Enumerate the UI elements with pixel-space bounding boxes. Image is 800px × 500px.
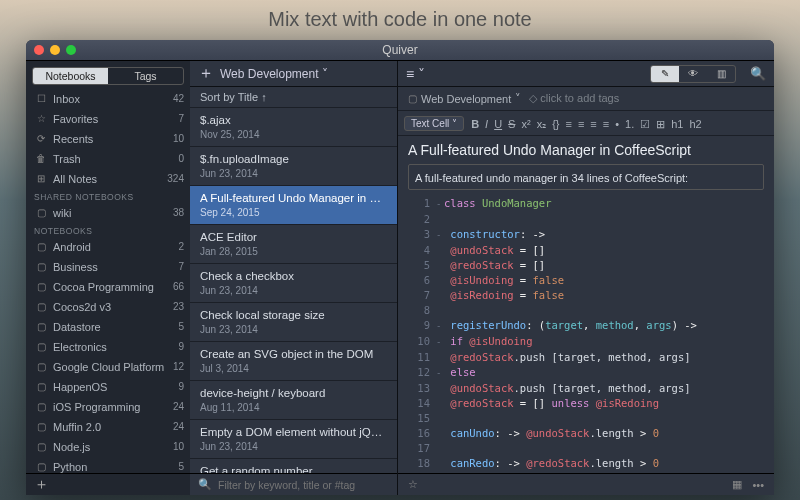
toolbar-button-15[interactable]: h1 [668,116,686,132]
sidebar-item-business[interactable]: ▢Business7 [26,257,190,277]
preview-mode-button[interactable]: 👁 [679,66,707,82]
note-list-item[interactable]: ACE EditorJan 28, 2015 [190,225,397,264]
search-icon[interactable]: 🔍 [750,66,766,81]
hamburger-icon[interactable]: ≡ [406,66,425,82]
code-line[interactable]: 17 [408,441,764,456]
toolbar-button-11[interactable]: • [612,116,622,132]
code-line[interactable]: 14 @redoStack = [] unless @isRedoing [408,396,764,411]
sidebar-item-happenos[interactable]: ▢HappenOS9 [26,377,190,397]
tab-notebooks[interactable]: Notebooks [33,68,108,84]
note-list-item[interactable]: Create an SVG object in the DOMJul 3, 20… [190,342,397,381]
sidebar-item-python[interactable]: ▢Python5 [26,457,190,473]
code-line[interactable]: 10- if @isUndoing [408,334,764,350]
note-list-item[interactable]: $.ajaxNov 25, 2014 [190,108,397,147]
toolbar-button-9[interactable]: ≡ [587,116,599,132]
toolbar-button-7[interactable]: ≡ [562,116,574,132]
edit-mode-button[interactable]: ✎ [651,66,679,82]
code-line[interactable]: 8 [408,303,764,318]
code-line[interactable]: 16 canUndo: -> @undoStack.length > 0 [408,426,764,441]
note-item-title: $.fn.uploadImage [200,153,387,165]
sidebar-item-datastore[interactable]: ▢Datastore5 [26,317,190,337]
zoom-icon[interactable] [66,45,76,55]
notebook-crumb[interactable]: Web Development [220,67,328,81]
presentation-button[interactable]: ▦ [732,478,742,491]
note-list-item[interactable]: $.fn.uploadImageJun 23, 2014 [190,147,397,186]
code-line[interactable]: 12- else [408,365,764,381]
note-list-item[interactable]: Check local storage sizeJun 23, 2014 [190,303,397,342]
sidebar-item-muffin-2-0[interactable]: ▢Muffin 2.024 [26,417,190,437]
window-title: Quiver [26,43,774,57]
close-icon[interactable] [34,45,44,55]
toolbar-button-10[interactable]: ≡ [600,116,612,132]
sidebar-item-node-js[interactable]: ▢Node.js10 [26,437,190,457]
code-line[interactable]: 2 [408,212,764,227]
sidebar-item-google-cloud-platform[interactable]: ▢Google Cloud Platform12 [26,357,190,377]
tags-field[interactable]: ◇ click to add tags [529,92,619,105]
minimize-icon[interactable] [50,45,60,55]
toolbar-button-5[interactable]: x₂ [534,116,550,132]
sidebar-item-recents[interactable]: ⟳Recents10 [26,129,190,149]
code-line[interactable]: 15 [408,411,764,426]
toolbar-button-8[interactable]: ≡ [575,116,587,132]
favorite-toggle[interactable]: ☆ [408,478,418,491]
text-cell-input[interactable] [415,172,757,184]
note-filter-input[interactable] [218,479,389,491]
tab-tags[interactable]: Tags [108,68,183,84]
toolbar-button-12[interactable]: 1. [622,116,637,132]
sidebar-item-count: 24 [173,419,184,435]
note-item-title: Get a random number [200,465,387,473]
toolbar-button-4[interactable]: x² [518,116,533,132]
view-mode-segmented-control[interactable]: ✎ 👁 ▥ [650,65,736,83]
sidebar-item-cocoa-programming[interactable]: ▢Cocoa Programming66 [26,277,190,297]
toolbar-button-6[interactable]: {} [549,116,562,132]
new-note-button[interactable]: ＋ [198,63,214,84]
note-list-item[interactable]: Check a checkboxJun 23, 2014 [190,264,397,303]
code-line[interactable]: 7 @isRedoing = false [408,288,764,303]
sidebar-item-ios-programming[interactable]: ▢iOS Programming24 [26,397,190,417]
toolbar-button-1[interactable]: I [482,116,491,132]
sidebar-item-cocos2d-v3[interactable]: ▢Cocos2d v323 [26,297,190,317]
note-notebook-selector[interactable]: ▢ Web Development [408,92,521,105]
toolbar-button-0[interactable]: B [468,116,482,132]
sidebar-item-wiki[interactable]: ▢wiki38 [26,203,190,223]
sidebar-item-electronics[interactable]: ▢Electronics9 [26,337,190,357]
code-line[interactable]: 13 @undoStack.push [target, method, args… [408,381,764,396]
app-window: Quiver Notebooks Tags ☐Inbox42☆Favorites… [26,40,774,495]
toolbar-button-2[interactable]: U [491,116,505,132]
code-line[interactable]: 4 @undoStack = [] [408,243,764,258]
code-line[interactable]: 5 @redoStack = [] [408,258,764,273]
sidebar-item-count: 24 [173,399,184,415]
code-line[interactable]: 18 canRedo: -> @redoStack.length > 0 [408,456,764,471]
code-line[interactable]: 1-class UndoManager [408,196,764,212]
split-mode-button[interactable]: ▥ [707,66,735,82]
note-list-item[interactable]: A Full-featured Undo Manager in Coffee..… [190,186,397,225]
sidebar-item-count: 0 [178,151,184,167]
note-list-item[interactable]: Get a random numberJun 23, 2014 [190,459,397,473]
book-icon: ▢ [34,459,48,473]
toolbar-button-3[interactable]: S [505,116,518,132]
code-line[interactable]: 9- registerUndo: (target, method, args) … [408,318,764,334]
sort-menu[interactable]: Sort by Title ↑ [190,87,397,108]
more-options-button[interactable]: ••• [752,479,764,491]
sidebar-item-count: 9 [178,379,184,395]
toolbar-button-14[interactable]: ⊞ [653,116,668,132]
code-cell[interactable]: 1-class UndoManager2 3- constructor: ->4… [408,196,764,473]
code-line[interactable]: 6 @isUndoing = false [408,273,764,288]
add-notebook-button[interactable]: ＋ [34,475,49,494]
sidebar-item-all-notes[interactable]: ⊞All Notes324 [26,169,190,189]
code-line[interactable]: 3- constructor: -> [408,227,764,243]
sidebar-item-favorites[interactable]: ☆Favorites7 [26,109,190,129]
note-title[interactable]: A Full-featured Undo Manager in CoffeeSc… [408,142,764,158]
cell-type-selector[interactable]: Text Cell ˅ [404,116,464,131]
note-list-item[interactable]: device-height / keyboardAug 11, 2014 [190,381,397,420]
code-line[interactable]: 11 @redoStack.push [target, method, args… [408,350,764,365]
toolbar-button-13[interactable]: ☑ [637,116,653,132]
sidebar-segmented-control[interactable]: Notebooks Tags [32,67,184,85]
sidebar-item-inbox[interactable]: ☐Inbox42 [26,89,190,109]
sidebar-item-android[interactable]: ▢Android2 [26,237,190,257]
toolbar-button-16[interactable]: h2 [686,116,704,132]
text-cell[interactable] [408,164,764,190]
note-list-item[interactable]: Empty a DOM element without jQueryJun 23… [190,420,397,459]
sidebar-item-label: Datastore [53,319,178,335]
sidebar-item-trash[interactable]: 🗑Trash0 [26,149,190,169]
